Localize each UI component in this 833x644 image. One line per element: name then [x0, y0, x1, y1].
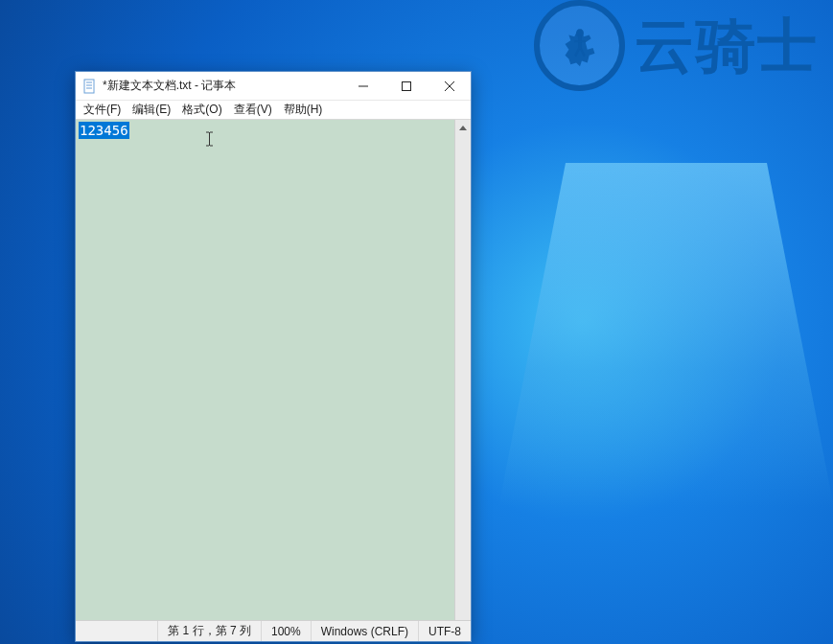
notepad-window: *新建文本文档.txt - 记事本 文件(F) 编辑(E) 格式(O) 查看(V…: [75, 71, 472, 642]
window-title: *新建文本文档.txt - 记事本: [103, 78, 341, 94]
vertical-scrollbar[interactable]: [454, 120, 471, 620]
svg-rect-1: [84, 80, 94, 93]
status-line-ending: Windows (CRLF): [311, 621, 418, 641]
status-encoding: UTF-8: [418, 621, 471, 641]
editor-container: 123456: [76, 120, 471, 620]
watermark-logo-icon: [534, 0, 625, 91]
text-editor[interactable]: 123456: [76, 120, 454, 620]
status-position: 第 1 行，第 7 列: [157, 621, 261, 641]
minimize-button[interactable]: [341, 72, 384, 100]
close-button[interactable]: [428, 72, 471, 100]
statusbar: 第 1 行，第 7 列 100% Windows (CRLF) UTF-8: [76, 620, 471, 641]
menu-view[interactable]: 查看(V): [228, 100, 278, 120]
desktop-light-effect: [498, 163, 833, 508]
maximize-button[interactable]: [384, 72, 428, 100]
svg-rect-6: [402, 81, 410, 90]
menubar: 文件(F) 编辑(E) 格式(O) 查看(V) 帮助(H): [76, 101, 471, 120]
text-cursor-icon: [205, 131, 214, 147]
menu-help[interactable]: 帮助(H): [278, 100, 329, 120]
menu-edit[interactable]: 编辑(E): [127, 100, 176, 120]
window-controls: [341, 72, 471, 100]
menu-file[interactable]: 文件(F): [78, 100, 127, 120]
watermark: 云骑士: [534, 0, 819, 91]
notepad-icon: [81, 79, 97, 94]
menu-format[interactable]: 格式(O): [176, 100, 227, 120]
status-zoom: 100%: [261, 621, 311, 641]
titlebar[interactable]: *新建文本文档.txt - 记事本: [76, 72, 471, 101]
selected-text: 123456: [79, 122, 129, 139]
watermark-text: 云骑士: [635, 6, 819, 86]
scroll-up-icon[interactable]: [455, 120, 471, 136]
